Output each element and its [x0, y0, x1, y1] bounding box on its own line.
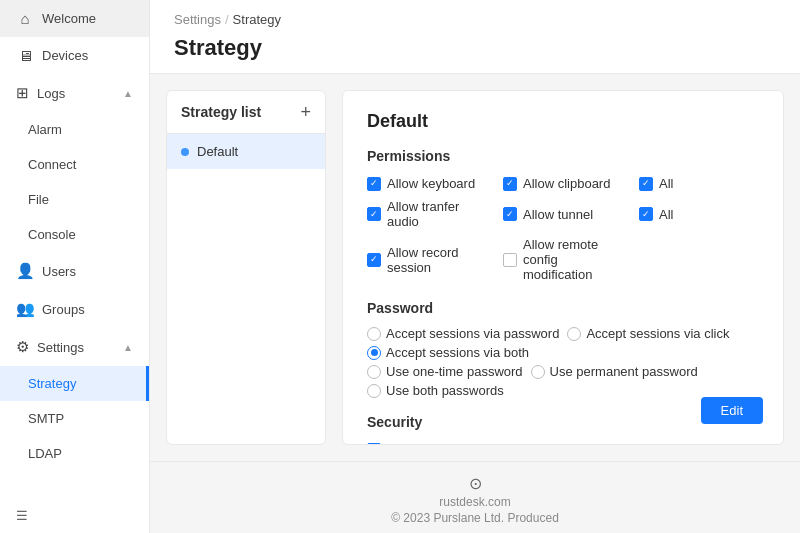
sidebar-label-ldap: LDAP — [28, 446, 62, 461]
permissions-grid: Allow keyboard Allow clipboard All Allow… — [367, 174, 759, 284]
sidebar-label-settings: Settings — [37, 340, 84, 355]
radio-sessions-click-label: Accept sessions via click — [586, 326, 729, 341]
sidebar-item-connect[interactable]: Connect — [0, 147, 149, 182]
sidebar-item-alarm[interactable]: Alarm — [0, 112, 149, 147]
sidebar-label-console: Console — [28, 227, 76, 242]
strategy-item-label: Default — [197, 144, 238, 159]
radio-sessions-password-label: Accept sessions via password — [386, 326, 559, 341]
security-enable-rdp: Enable RDP — [367, 440, 759, 445]
perm-audio-checkbox[interactable] — [367, 207, 381, 221]
password-section-title: Password — [367, 300, 759, 316]
sidebar-item-settings[interactable]: ⚙ Settings ▲ — [0, 328, 149, 366]
add-strategy-button[interactable]: + — [300, 103, 311, 121]
radio-sessions-both: Accept sessions via both — [367, 345, 529, 360]
sidebar-item-console[interactable]: Console — [0, 217, 149, 252]
sidebar-item-users[interactable]: 👤 Users — [0, 252, 149, 290]
footer-site[interactable]: rustdesk.com — [439, 495, 510, 509]
radio-one-time-input[interactable] — [367, 365, 381, 379]
detail-title: Default — [367, 111, 759, 132]
perm-allow-all-2: All — [639, 197, 759, 231]
perm-tunnel-label: Allow tunnel — [523, 207, 593, 222]
radio-sessions-click-input[interactable] — [567, 327, 581, 341]
perm-allow-keyboard: Allow keyboard — [367, 174, 487, 193]
radio-permanent-label: Use permanent password — [550, 364, 698, 379]
sidebar-item-devices[interactable]: 🖥 Devices — [0, 37, 149, 74]
perm-allow-clipboard: Allow clipboard — [503, 174, 623, 193]
sidebar-label-users: Users — [42, 264, 76, 279]
password-section: Password Accept sessions via password Ac… — [367, 300, 759, 398]
perm-allow-all-1: All — [639, 174, 759, 193]
sidebar-item-groups[interactable]: 👥 Groups — [0, 290, 149, 328]
radio-permanent-input[interactable] — [531, 365, 545, 379]
detail-panel: Default Permissions Allow keyboard Allow… — [342, 90, 784, 445]
sidebar: ⌂ Welcome 🖥 Devices ⊞ Logs ▲ Alarm Conne… — [0, 0, 150, 533]
page-title: Strategy — [150, 31, 800, 74]
perm-allow-remote-config: Allow remote config modification — [503, 235, 623, 284]
perm-tunnel-checkbox[interactable] — [503, 207, 517, 221]
strategy-list-header: Strategy list + — [167, 91, 325, 134]
sidebar-label-welcome: Welcome — [42, 11, 96, 26]
perm-audio-label: Allow tranfer audio — [387, 199, 487, 229]
perm-record-checkbox[interactable] — [367, 253, 381, 267]
devices-icon: 🖥 — [16, 47, 34, 64]
breadcrumb-separator: / — [225, 12, 229, 27]
menu-icon: ☰ — [16, 508, 28, 523]
permissions-section-title: Permissions — [367, 148, 759, 164]
radio-both-passwords-label: Use both passwords — [386, 383, 504, 398]
perm-all1-label: All — [659, 176, 673, 191]
perm-remote-config-label: Allow remote config modification — [523, 237, 623, 282]
strategy-list-panel: Strategy list + Default — [166, 90, 326, 445]
perm-allow-tunnel: Allow tunnel — [503, 197, 623, 231]
sidebar-label-smtp: SMTP — [28, 411, 64, 426]
radio-sessions-password-input[interactable] — [367, 327, 381, 341]
sidebar-item-welcome[interactable]: ⌂ Welcome — [0, 0, 149, 37]
breadcrumb-current: Strategy — [233, 12, 281, 27]
sidebar-item-strategy[interactable]: Strategy — [0, 366, 149, 401]
edit-button[interactable]: Edit — [701, 397, 763, 424]
sidebar-item-ldap[interactable]: LDAP — [0, 436, 149, 471]
strategy-dot-icon — [181, 148, 189, 156]
settings-submenu: Strategy SMTP LDAP — [0, 366, 149, 471]
perm-clipboard-checkbox[interactable] — [503, 177, 517, 191]
perm-all2-checkbox[interactable] — [639, 207, 653, 221]
security-rdp-checkbox[interactable] — [367, 443, 381, 446]
main-content: Settings / Strategy Strategy Strategy li… — [150, 0, 800, 533]
breadcrumb-parent[interactable]: Settings — [174, 12, 221, 27]
perm-keyboard-checkbox[interactable] — [367, 177, 381, 191]
security-rdp-label: Enable RDP — [387, 442, 459, 445]
sidebar-item-file[interactable]: File — [0, 182, 149, 217]
github-icon[interactable]: ⊙ — [469, 474, 482, 493]
radio-both-passwords: Use both passwords — [367, 383, 504, 398]
radio-sessions-click: Accept sessions via click — [567, 326, 729, 341]
radio-sessions-password: Accept sessions via password — [367, 326, 559, 341]
perm-allow-record: Allow record session — [367, 235, 487, 284]
settings-icon: ⚙ — [16, 338, 29, 356]
perm-allow-transfer-audio: Allow tranfer audio — [367, 197, 487, 231]
home-icon: ⌂ — [16, 10, 34, 27]
logs-icon: ⊞ — [16, 84, 29, 102]
sidebar-label-connect: Connect — [28, 157, 76, 172]
sidebar-item-logs[interactable]: ⊞ Logs ▲ — [0, 74, 149, 112]
sidebar-item-smtp[interactable]: SMTP — [0, 401, 149, 436]
sidebar-label-groups: Groups — [42, 302, 85, 317]
perm-all2-label: All — [659, 207, 673, 222]
sidebar-label-alarm: Alarm — [28, 122, 62, 137]
perm-all1-checkbox[interactable] — [639, 177, 653, 191]
radio-both-passwords-input[interactable] — [367, 384, 381, 398]
sidebar-label-devices: Devices — [42, 48, 88, 63]
logs-submenu: Alarm Connect File Console — [0, 112, 149, 252]
radio-sessions-both-input[interactable] — [367, 346, 381, 360]
perm-remote-config-checkbox[interactable] — [503, 253, 517, 267]
sidebar-label-strategy: Strategy — [28, 376, 76, 391]
footer: ⊙ rustdesk.com © 2023 Purslane Ltd. Prod… — [150, 461, 800, 533]
breadcrumb: Settings / Strategy — [150, 0, 800, 31]
footer-copyright: © 2023 Purslane Ltd. Produced — [391, 511, 559, 525]
logs-chevron-icon: ▲ — [123, 88, 133, 99]
sidebar-menu-button[interactable]: ☰ — [0, 498, 149, 533]
settings-chevron-icon: ▲ — [123, 342, 133, 353]
perm-keyboard-label: Allow keyboard — [387, 176, 475, 191]
sidebar-label-logs: Logs — [37, 86, 65, 101]
strategy-item-default[interactable]: Default — [167, 134, 325, 169]
password-radio-row2: Use one-time password Use permanent pass… — [367, 364, 759, 398]
content-area: Strategy list + Default Default Permissi… — [150, 74, 800, 461]
